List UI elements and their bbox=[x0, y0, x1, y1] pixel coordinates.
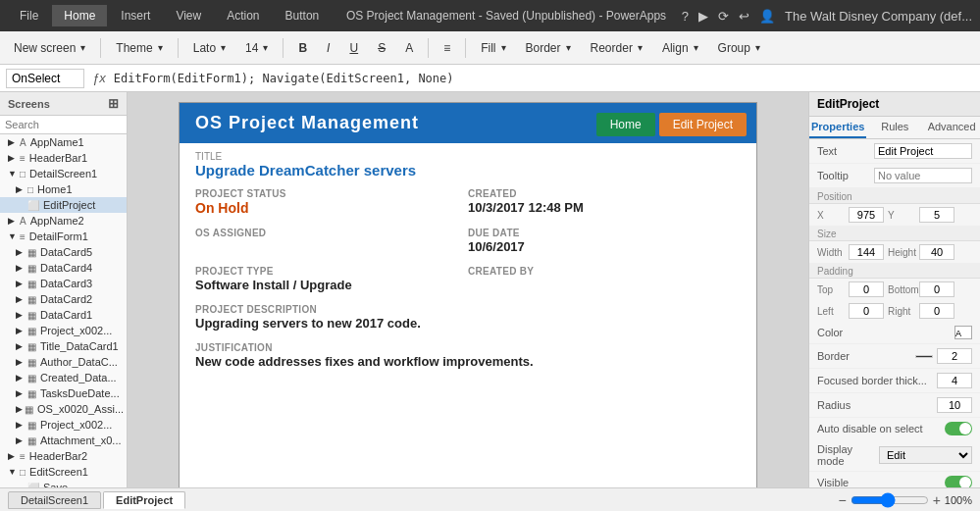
status-tabs: DetailScreen1 EditProject bbox=[8, 491, 185, 509]
tab-button[interactable]: Button bbox=[274, 5, 332, 26]
taskdue-icon: ▦ bbox=[27, 388, 36, 399]
sidebar-search-input[interactable] bbox=[0, 116, 127, 134]
help-icon[interactable]: ? bbox=[682, 9, 689, 24]
underline-button[interactable]: U bbox=[341, 37, 366, 59]
border-value-input[interactable] bbox=[937, 348, 972, 364]
cell-ref-input[interactable] bbox=[6, 69, 84, 88]
border-button[interactable]: Border bbox=[518, 37, 579, 59]
expander-dc3: ▶ bbox=[16, 279, 26, 288]
account-icon[interactable]: 👤 bbox=[759, 9, 775, 24]
color-swatch-a[interactable]: A bbox=[954, 326, 972, 339]
prop-size-row: Width Height bbox=[809, 241, 980, 263]
sidebar-item-save[interactable]: ⬜ Save bbox=[0, 480, 127, 487]
expander-appname2: ▶ bbox=[8, 216, 18, 226]
sidebar-item-createddc[interactable]: ▶ ▦ Created_Data... bbox=[0, 370, 127, 385]
sidebar-item-datacard4[interactable]: ▶ ▦ DataCard4 bbox=[0, 260, 127, 276]
radius-input[interactable] bbox=[937, 397, 972, 413]
bold-button[interactable]: B bbox=[290, 37, 315, 59]
align-dropdown-button[interactable]: Align bbox=[654, 37, 706, 59]
font-size-button[interactable]: 14 bbox=[237, 37, 276, 59]
expander-proj1: ▶ bbox=[16, 326, 26, 335]
align-button[interactable]: ≡ bbox=[436, 37, 458, 59]
display-mode-select[interactable]: Edit bbox=[879, 446, 972, 464]
expander-authordc: ▶ bbox=[16, 357, 26, 367]
pos-y-input[interactable] bbox=[919, 207, 954, 223]
panel-tab-rules[interactable]: Rules bbox=[866, 117, 923, 138]
undo-icon[interactable]: ↩ bbox=[739, 9, 749, 24]
sidebar-item-authordc[interactable]: ▶ ▦ Author_DataC... bbox=[0, 354, 127, 370]
sidebar-item-datacard2[interactable]: ▶ ▦ DataCard2 bbox=[0, 291, 127, 307]
screen-title-area: Title Upgrade DreamCatcher servers bbox=[180, 143, 756, 182]
expander-es1: ▼ bbox=[8, 467, 18, 477]
reorder-button[interactable]: Reorder bbox=[583, 37, 650, 59]
prop-radius-label: Radius bbox=[817, 399, 851, 411]
tab-file[interactable]: File bbox=[8, 5, 50, 26]
width-label: Width bbox=[817, 247, 845, 258]
status-tab-detail[interactable]: DetailScreen1 bbox=[8, 491, 101, 509]
expander-osassi: ▶ bbox=[16, 404, 23, 414]
sidebar-item-detailform1[interactable]: ▼ ≡ DetailForm1 bbox=[0, 229, 127, 244]
sidebar-item-datacard1[interactable]: ▶ ▦ DataCard1 bbox=[0, 307, 127, 323]
pad-right-input[interactable] bbox=[919, 303, 954, 319]
sidebar-item-editproject[interactable]: ⬜ EditProject bbox=[0, 197, 127, 213]
expander-dc4: ▶ bbox=[16, 263, 26, 273]
sidebar-item-proj2[interactable]: ▶ ▦ Project_x002... bbox=[0, 417, 127, 433]
sidebar-item-headerbar2[interactable]: ▶ ≡ HeaderBar2 bbox=[0, 448, 127, 464]
sidebar-item-appname1[interactable]: ▶ A AppName1 bbox=[0, 134, 127, 150]
pos-x-label: X bbox=[817, 210, 845, 221]
sidebar-item-detailscreen1[interactable]: ▼ □ DetailScreen1 bbox=[0, 166, 127, 181]
font-color-button[interactable]: A bbox=[397, 37, 421, 59]
pos-x-input[interactable] bbox=[849, 207, 884, 223]
tab-home[interactable]: Home bbox=[52, 5, 107, 26]
auto-disable-toggle[interactable] bbox=[945, 422, 972, 435]
zoom-minus-button[interactable]: − bbox=[838, 492, 846, 508]
font-button[interactable]: Lato bbox=[185, 37, 233, 59]
fill-button[interactable]: Fill bbox=[473, 37, 513, 59]
sidebar-item-headerbar1[interactable]: ▶ ≡ HeaderBar1 bbox=[0, 150, 127, 166]
focused-border-input[interactable] bbox=[937, 373, 972, 388]
group-button[interactable]: Group bbox=[710, 37, 768, 59]
sidebar-item-editscreen1[interactable]: ▼ □ EditScreen1 bbox=[0, 464, 127, 480]
prop-section-position: Position bbox=[809, 188, 980, 204]
strikethrough-button[interactable]: S bbox=[370, 37, 393, 59]
theme-button[interactable]: Theme bbox=[108, 37, 170, 59]
edit-project-button[interactable]: Edit Project bbox=[659, 113, 747, 136]
sidebar-item-attach[interactable]: ▶ ▦ Attachment_x0... bbox=[0, 433, 127, 448]
prop-tooltip-input[interactable] bbox=[874, 168, 972, 183]
width-input[interactable] bbox=[849, 244, 884, 260]
sidebar-item-datacard3[interactable]: ▶ ▦ DataCard3 bbox=[0, 276, 127, 291]
sidebar-item-home1[interactable]: ▶ □ Home1 bbox=[0, 181, 127, 197]
height-input[interactable] bbox=[919, 244, 954, 260]
visible-toggle[interactable] bbox=[945, 476, 972, 487]
panel-tab-advanced[interactable]: Advanced bbox=[923, 117, 980, 138]
play-icon[interactable]: ▶ bbox=[698, 9, 708, 24]
sidebar-item-taskdue[interactable]: ▶ ▦ TasksDueDate... bbox=[0, 385, 127, 401]
zoom-slider[interactable] bbox=[851, 492, 929, 508]
new-screen-button[interactable]: New screen bbox=[6, 37, 93, 59]
sidebar-item-proj1[interactable]: ▶ ▦ Project_x002... bbox=[0, 323, 127, 338]
zoom-plus-button[interactable]: + bbox=[933, 492, 941, 508]
italic-button[interactable]: I bbox=[319, 37, 337, 59]
prop-tooltip-label: Tooltip bbox=[817, 170, 849, 181]
prop-text-input[interactable] bbox=[874, 143, 972, 159]
pad-left-input[interactable] bbox=[849, 303, 884, 319]
status-tab-editproject[interactable]: EditProject bbox=[103, 491, 185, 509]
sidebar-item-osassi[interactable]: ▶ ▦ OS_x0020_Assi... bbox=[0, 401, 127, 417]
prop-border: Border bbox=[809, 344, 980, 369]
pad-bottom-input[interactable] bbox=[919, 281, 954, 297]
sidebar-item-titledc[interactable]: ▶ ▦ Title_DataCard1 bbox=[0, 338, 127, 354]
top-icons: ? ▶ ⟳ ↩ 👤 The Walt Disney Company (def..… bbox=[682, 9, 972, 24]
pos-y-label: Y bbox=[888, 210, 915, 221]
sidebar-expand-icon[interactable]: ⊞ bbox=[108, 96, 119, 111]
sidebar-item-datacard5[interactable]: ▶ ▦ DataCard5 bbox=[0, 244, 127, 260]
app-title: OS Project Management - Saved (Unpublish… bbox=[336, 9, 676, 23]
pad-top-input[interactable] bbox=[849, 281, 884, 297]
panel-title: EditProject bbox=[809, 92, 980, 117]
panel-tab-properties[interactable]: Properties bbox=[809, 117, 866, 138]
sidebar-item-appname2[interactable]: ▶ A AppName2 bbox=[0, 213, 127, 229]
home-button[interactable]: Home bbox=[596, 113, 655, 136]
tab-insert[interactable]: Insert bbox=[109, 5, 162, 26]
tab-action[interactable]: Action bbox=[215, 5, 271, 26]
tab-view[interactable]: View bbox=[164, 5, 213, 26]
refresh-icon[interactable]: ⟳ bbox=[718, 9, 729, 24]
